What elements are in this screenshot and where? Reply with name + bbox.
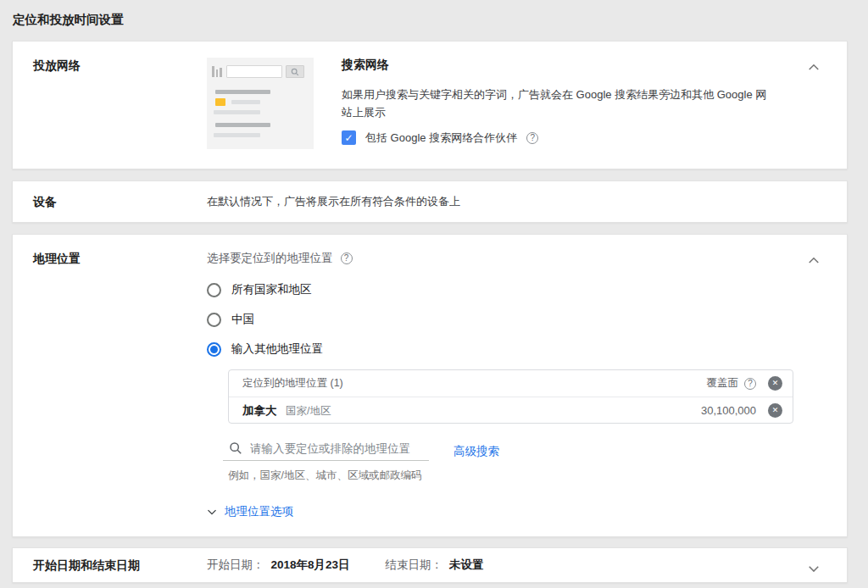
- radio-button-selected[interactable]: [207, 342, 221, 357]
- targeted-locations-count: 定位到的地理位置 (1): [242, 376, 343, 391]
- close-icon: ✕: [772, 380, 779, 387]
- dates-expand-button[interactable]: [804, 558, 823, 578]
- include-search-partners-checkbox[interactable]: ✓: [342, 130, 356, 145]
- help-icon[interactable]: ?: [744, 378, 756, 390]
- end-date-value: 未设置: [449, 557, 484, 573]
- networks-collapse-button[interactable]: [804, 57, 823, 76]
- chevron-up-icon: [808, 257, 820, 263]
- reach-value: 30,100,000: [701, 404, 756, 417]
- targeting-settings-page: 定位和投放时间设置 投放网络 搜索网络 如果用户搜索与关键字相关的字词，广告就会…: [0, 0, 868, 588]
- include-search-partners-label: 包括 Google 搜索网络合作伙伴: [365, 130, 517, 146]
- location-options-link-label: 地理位置选项: [225, 504, 293, 519]
- mock-result-bar: [215, 90, 270, 94]
- devices-card-label: 设备: [33, 195, 57, 208]
- search-network-title: 搜索网络: [342, 58, 776, 73]
- help-icon[interactable]: ?: [341, 252, 353, 264]
- chevron-down-icon: [808, 565, 820, 572]
- devices-card[interactable]: 设备 在默认情况下，广告将展示在所有符合条件的设备上: [12, 180, 848, 223]
- chevron-up-icon: [808, 64, 820, 70]
- mock-result-bar: [214, 110, 260, 114]
- mock-logo: [212, 66, 222, 77]
- mock-search-button: [286, 65, 304, 78]
- magnifier-icon: [291, 68, 299, 76]
- mock-search-input: [226, 65, 282, 78]
- targeted-locations-header: 定位到的地理位置 (1) 覆盖面 ? ✕: [229, 370, 793, 397]
- dates-card[interactable]: 开始日期和结束日期 开始日期： 2018年8月23日 结束日期： 未设置: [12, 547, 848, 583]
- location-type: 国家/地区: [286, 405, 331, 417]
- search-icon: [229, 441, 242, 455]
- location-prompt: 选择要定位到的地理位置: [207, 251, 333, 266]
- targeted-location-row: 加拿大 国家/地区 30,100,000 ✕: [229, 397, 793, 423]
- locations-card: 地理位置 选择要定位到的地理位置 ? 所有国家和地区 中国 输入其他地理位置: [12, 234, 848, 537]
- remove-location-button[interactable]: ✕: [768, 403, 782, 418]
- end-date-label: 结束日期：: [386, 557, 443, 573]
- mock-result-bar: [215, 123, 270, 127]
- radio-button[interactable]: [207, 313, 221, 327]
- location-search-hint: 例如，国家/地区、城市、区域或邮政编码: [228, 469, 826, 483]
- chevron-down-icon: [207, 508, 217, 515]
- radio-enter-other-location[interactable]: 输入其他地理位置: [207, 340, 826, 358]
- mock-ad-badge: [215, 98, 225, 106]
- location-name: 加拿大: [242, 404, 277, 417]
- page-title: 定位和投放时间设置: [0, 0, 868, 41]
- close-icon: ✕: [772, 407, 779, 414]
- start-date-value: 2018年8月23日: [271, 557, 350, 573]
- reach-column-label: 覆盖面: [707, 376, 739, 391]
- locations-card-label: 地理位置: [33, 252, 81, 265]
- search-results-illustration: [207, 58, 314, 149]
- location-search-input[interactable]: [250, 442, 429, 455]
- radio-button[interactable]: [207, 283, 221, 297]
- targeted-locations-box: 定位到的地理位置 (1) 覆盖面 ? ✕ 加拿大 国家/地区: [228, 369, 793, 424]
- networks-card-label: 投放网络: [33, 58, 81, 72]
- radio-all-countries[interactable]: 所有国家和地区: [207, 280, 826, 299]
- check-icon: ✓: [344, 132, 353, 144]
- help-icon[interactable]: ?: [526, 132, 538, 144]
- location-search-field[interactable]: [223, 441, 429, 461]
- devices-summary-text: 在默认情况下，广告将展示在所有符合条件的设备上: [207, 194, 460, 209]
- start-date-label: 开始日期：: [207, 557, 264, 573]
- mock-result-bar: [214, 133, 260, 137]
- radio-china[interactable]: 中国: [207, 310, 826, 329]
- networks-card: 投放网络 搜索网络 如果用户搜索与关键字相关的字词，广告就会在 Google 搜…: [12, 41, 848, 169]
- mock-search-bar: [207, 64, 314, 80]
- remove-all-locations-button[interactable]: ✕: [768, 376, 782, 391]
- advanced-search-link[interactable]: 高级搜索: [453, 444, 499, 459]
- mock-result-bar: [231, 100, 260, 104]
- locations-collapse-button[interactable]: [804, 250, 823, 269]
- search-network-description: 如果用户搜索与关键字相关的字词，广告就会在 Google 搜索结果旁边和其他 G…: [342, 86, 776, 122]
- dates-card-label: 开始日期和结束日期: [33, 558, 140, 572]
- location-options-toggle[interactable]: 地理位置选项: [207, 504, 826, 519]
